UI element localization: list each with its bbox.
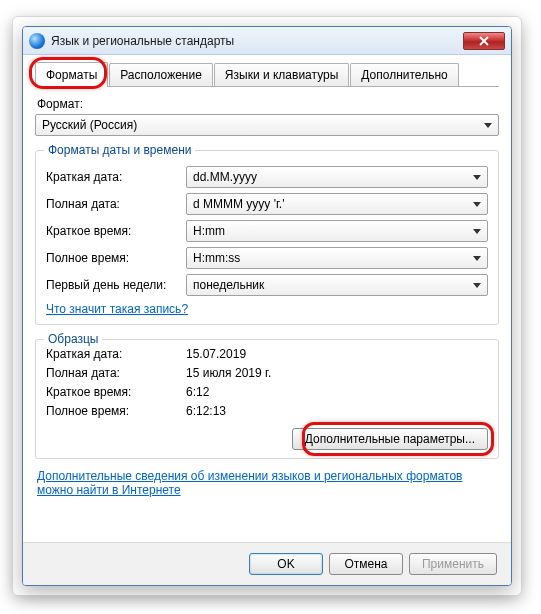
window-title: Язык и региональные стандарты [51,34,463,48]
short-date-label: Краткая дата: [46,170,186,184]
long-time-label: Полное время: [46,251,186,265]
long-date-label: Полная дата: [46,197,186,211]
tab-label: Форматы [46,68,97,82]
button-label: Дополнительные параметры... [305,432,475,446]
close-icon [479,36,489,46]
apply-button[interactable]: Применить [409,553,497,575]
dialog-footer: OK Отмена Применить [23,542,511,585]
tabstrip: Форматы Расположение Языки и клавиатуры … [35,63,499,87]
group-legend: Форматы даты и времени [44,143,195,157]
first-day-dropdown[interactable]: понедельник [186,274,488,296]
short-time-dropdown[interactable]: H:mm [186,220,488,242]
sample-short-time-label: Краткое время: [46,385,186,399]
chevron-down-icon [473,283,481,288]
tab-advanced[interactable]: Дополнительно [350,63,458,86]
long-date-dropdown[interactable]: d MMMM yyyy 'г.' [186,193,488,215]
sample-short-date-value: 15.07.2019 [186,347,246,361]
group-legend: Образцы [44,332,102,346]
sample-long-time-value: 6:12:13 [186,404,226,418]
tab-label: Языки и клавиатуры [225,68,338,82]
chevron-down-icon [473,256,481,261]
first-day-label: Первый день недели: [46,278,186,292]
sample-long-time-label: Полное время: [46,404,186,418]
chevron-down-icon [473,202,481,207]
sample-long-date-label: Полная дата: [46,366,186,380]
online-help-link[interactable]: Дополнительные сведения об изменении язы… [37,469,462,497]
globe-icon [29,33,45,49]
short-time-label: Краткое время: [46,224,186,238]
chevron-down-icon [473,229,481,234]
long-time-dropdown[interactable]: H:mm:ss [186,247,488,269]
short-date-dropdown[interactable]: dd.MM.yyyy [186,166,488,188]
button-label: Отмена [344,557,387,571]
close-button[interactable] [463,32,505,50]
dropdown-value: d MMMM yyyy 'г.' [193,197,285,211]
what-means-link[interactable]: Что значит такая запись? [46,302,188,316]
sample-long-date-value: 15 июля 2019 г. [186,366,271,380]
chevron-down-icon [484,123,492,128]
samples-group: Образцы Краткая дата:15.07.2019 Полная д… [35,339,499,459]
datetime-formats-group: Форматы даты и времени Краткая дата: dd.… [35,150,499,325]
button-label: OK [277,557,294,571]
advanced-settings-button[interactable]: Дополнительные параметры... [292,428,488,450]
tab-keyboards[interactable]: Языки и клавиатуры [214,63,349,86]
content-area: Форматы Расположение Языки и клавиатуры … [23,55,511,547]
region-dialog: Язык и региональные стандарты Форматы Ра… [22,26,512,586]
chevron-down-icon [473,175,481,180]
tab-label: Дополнительно [361,68,447,82]
dropdown-value: H:mm [193,224,225,238]
dropdown-value: H:mm:ss [193,251,240,265]
tab-location[interactable]: Расположение [109,63,213,86]
tab-formats[interactable]: Форматы [35,62,108,87]
button-label: Применить [422,557,484,571]
titlebar: Язык и региональные стандарты [23,27,511,55]
sample-short-date-label: Краткая дата: [46,347,186,361]
sample-short-time-value: 6:12 [186,385,209,399]
format-label: Формат: [37,97,499,111]
dropdown-value: dd.MM.yyyy [193,170,257,184]
tab-label: Расположение [120,68,202,82]
dropdown-value: понедельник [193,278,264,292]
ok-button[interactable]: OK [249,553,323,575]
format-dropdown[interactable]: Русский (Россия) [35,114,499,136]
cancel-button[interactable]: Отмена [329,553,403,575]
format-value: Русский (Россия) [42,118,137,132]
